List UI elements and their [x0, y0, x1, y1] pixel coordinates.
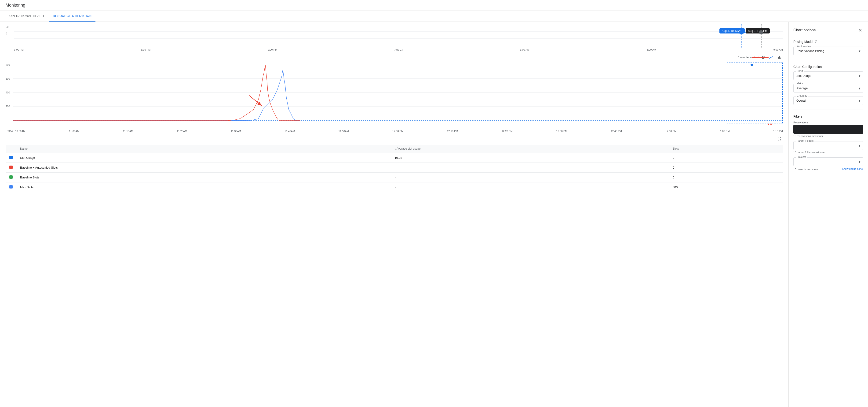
- row-avg-1: 10.02: [391, 153, 669, 163]
- table-row: Max Slots - 800: [6, 182, 783, 192]
- app-header: Monitoring: [0, 0, 868, 11]
- row-indicator-3: [6, 173, 17, 182]
- tooltip-end: Aug 3, 1:10 PM: [746, 28, 770, 33]
- utc-label: UTC-7: [6, 130, 13, 133]
- table-row: Baseline + Autoscaled Slots - 0: [6, 163, 783, 173]
- tab-resource-utilization[interactable]: RESOURCE UTILIZATION: [49, 11, 95, 22]
- chart-label: Chart: [796, 69, 804, 72]
- data-table: Name ↓ Average slot usage Slots Slot Usa…: [6, 145, 783, 192]
- range-handle-left[interactable]: [739, 30, 743, 34]
- table-row: Slot Usage 10.02 0: [6, 153, 783, 163]
- chart-select[interactable]: Slot Usage: [794, 71, 863, 80]
- reservations-filter-bar[interactable]: [794, 125, 863, 134]
- chart-config-section: Chart Configuration Chart Slot Usage ▼ M…: [794, 65, 863, 105]
- row-slots-3: 0: [669, 173, 783, 182]
- tabs-bar: OPERATIONAL HEALTH RESOURCE UTILIZATION: [0, 11, 868, 22]
- y-label-0: 0: [6, 32, 8, 35]
- parent-folders-hint: 10 parent folders maximum: [794, 151, 863, 154]
- col-slots: Slots: [669, 145, 783, 153]
- y-label-50: 50: [6, 26, 8, 28]
- projects-select[interactable]: [794, 157, 863, 166]
- row-name-3: Baseline Slots: [17, 173, 391, 182]
- parent-folders-select[interactable]: [794, 141, 863, 150]
- col-avg-slot-usage[interactable]: ↓ Average slot usage: [391, 145, 669, 153]
- parent-folders-filter: Parent Folders ▼ 10 parent folders maxim…: [794, 141, 863, 154]
- close-panel-btn[interactable]: ✕: [858, 26, 863, 34]
- time-label-6: 6:00 AM: [647, 48, 656, 51]
- row-name-1: Slot Usage: [17, 153, 391, 163]
- row-slots-4: 800: [669, 182, 783, 192]
- main-layout: 50 0 Aug 3, 10:43 AM Aug 3, 1:10 PM: [0, 22, 868, 407]
- pricing-help-icon[interactable]: ?: [815, 39, 817, 44]
- chart-controls: [0, 135, 788, 143]
- chart-config-label: Chart Configuration: [794, 65, 863, 68]
- workloads-label: Workloads on: [796, 45, 813, 48]
- reservations-hint: 10 reservations maximum: [794, 135, 863, 138]
- section-divider-2: [794, 110, 863, 110]
- panel-header: Chart options ✕: [794, 26, 863, 34]
- filters-label: Filters: [794, 115, 863, 118]
- workloads-select[interactable]: Reservations Pricing: [794, 47, 863, 55]
- reservations-filter: Reservations 10 reservations maximum: [794, 121, 863, 138]
- tab-operational-health[interactable]: OPERATIONAL HEALTH: [6, 11, 49, 22]
- row-indicator-2: [6, 163, 17, 173]
- metric-dropdown-field: Metric Average ▼: [794, 84, 863, 92]
- range-handle-right[interactable]: [759, 30, 763, 34]
- svg-text:★ 0: ★ 0: [767, 123, 772, 126]
- group-by-label: Group by: [796, 94, 808, 97]
- col-indicator: [6, 145, 17, 153]
- workloads-dropdown-field: Workloads on Reservations Pricing ▼: [794, 47, 863, 55]
- mini-chart-container: 50 0 Aug 3, 10:43 AM Aug 3, 1:10 PM: [0, 22, 788, 52]
- row-slots-1: 0: [669, 153, 783, 163]
- mini-time-axis: 3:00 PM 6:00 PM 9:00 PM Aug 03 3:00 AM 6…: [14, 48, 783, 51]
- svg-point-13: [750, 64, 753, 66]
- filters-section: Filters Reservations 10 reservations max…: [794, 115, 863, 171]
- row-slots-2: 0: [669, 163, 783, 173]
- row-avg-3: -: [391, 173, 669, 182]
- svg-text:800: 800: [6, 63, 10, 66]
- pricing-model-section: Pricing Model ? Workloads on Reservation…: [794, 39, 863, 55]
- row-indicator-1: [6, 153, 17, 163]
- main-chart-wrapper: 800 600 400 200 ★ 0: [0, 62, 788, 129]
- row-indicator-4: [6, 182, 17, 192]
- projects-filter: Projects ▼ 10 projects maximum Show debu…: [794, 157, 863, 171]
- app-title: Monitoring: [6, 3, 25, 7]
- parent-folders-label: Parent Folders: [796, 139, 814, 142]
- time-label-4: Aug 03: [395, 48, 403, 51]
- table-header-row: Name ↓ Average slot usage Slots: [6, 145, 783, 153]
- metric-label: Metric: [796, 82, 805, 85]
- reservations-filter-label: Reservations: [794, 121, 863, 125]
- x-time-labels: 10:50AM 11:00AM 11:10AM 11:20AM 11:30AM …: [15, 130, 783, 133]
- projects-footer: 10 projects maximum Show debug panel: [794, 167, 863, 171]
- time-label-2: 6:00 PM: [141, 48, 150, 51]
- svg-line-16: [249, 95, 262, 106]
- row-avg-4: -: [391, 182, 669, 192]
- chart-dropdown-field: Chart Slot Usage ▼: [794, 71, 863, 80]
- debug-panel-link[interactable]: Show debug panel: [842, 168, 863, 170]
- main-chart-svg: 800 600 400 200 ★ 0: [6, 62, 783, 128]
- pricing-model-label: Pricing Model ?: [794, 39, 863, 44]
- col-name: Name: [17, 145, 391, 153]
- row-name-4: Max Slots: [17, 182, 391, 192]
- group-by-select[interactable]: Overall: [794, 96, 863, 105]
- table-row: Baseline Slots - 0: [6, 173, 783, 182]
- chart-zoom-btn[interactable]: [776, 135, 783, 142]
- svg-text:600: 600: [6, 77, 10, 80]
- right-panel: Chart options ✕ Pricing Model ? Workload…: [788, 22, 868, 407]
- mini-chart-svg: [14, 26, 783, 44]
- time-label-1: 3:00 PM: [14, 48, 24, 51]
- time-label-3: 9:00 PM: [268, 48, 277, 51]
- arrow-annotation: [751, 55, 770, 60]
- row-name-2: Baseline + Autoscaled Slots: [17, 163, 391, 173]
- bar-chart-btn[interactable]: [776, 54, 783, 61]
- svg-text:200: 200: [6, 105, 10, 108]
- row-avg-2: -: [391, 163, 669, 173]
- interval-bar: 1 minute interval: [0, 52, 788, 62]
- time-label-5: 3:00 AM: [520, 48, 529, 51]
- data-table-container: Name ↓ Average slot usage Slots Slot Usa…: [0, 145, 788, 192]
- projects-label: Projects: [796, 155, 807, 158]
- panel-title: Chart options: [794, 28, 815, 32]
- metric-select[interactable]: Average: [794, 84, 863, 92]
- chart-area: 50 0 Aug 3, 10:43 AM Aug 3, 1:10 PM: [0, 22, 788, 407]
- group-by-dropdown-field: Group by Overall ▼: [794, 96, 863, 105]
